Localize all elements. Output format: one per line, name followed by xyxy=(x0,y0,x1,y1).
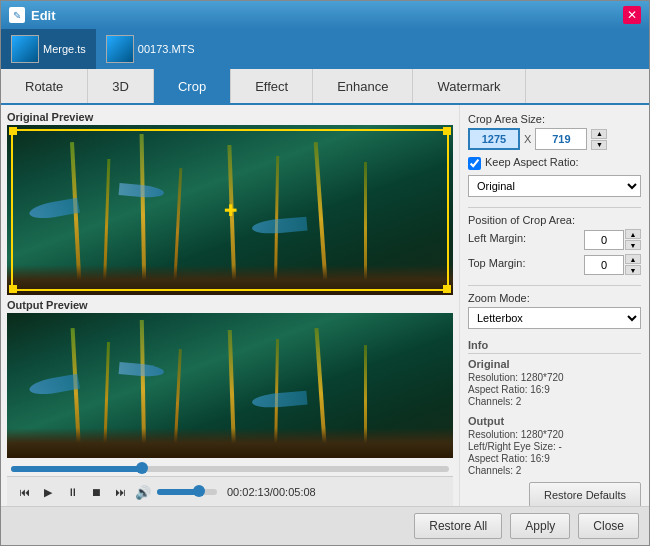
info-section: Info Original Resolution: 1280*720 Aspec… xyxy=(468,339,641,506)
transport-controls: ⏮ ▶ ⏸ ⏹ ⏭ 🔊 00:02:13/00:05:08 xyxy=(7,476,453,506)
stop-button[interactable]: ⏹ xyxy=(87,483,105,501)
volume-bar[interactable] xyxy=(157,489,217,495)
position-label: Position of Crop Area: xyxy=(468,214,641,226)
aspect-ratio-select[interactable]: Original 16:9 4:3 1:1 xyxy=(468,175,641,197)
play-button[interactable]: ▶ xyxy=(39,483,57,501)
file-thumb-00173 xyxy=(106,35,134,63)
volume-thumb[interactable] xyxy=(193,485,205,497)
out-aspect: Aspect Ratio: 16:9 xyxy=(468,453,641,464)
progress-bar-section xyxy=(7,462,453,472)
crop-area-size-section: Crop Area Size: X ▲ ▼ Keep Aspect Ratio:… xyxy=(468,113,641,197)
height-spinbutton[interactable]: ▲ ▼ xyxy=(591,129,607,150)
out-resolution: Resolution: 1280*720 xyxy=(468,429,641,440)
zoom-mode-section: Zoom Mode: Letterbox Pan & Scan Full xyxy=(468,292,641,329)
seek-thumb[interactable] xyxy=(136,462,148,474)
left-panel: Original Preview xyxy=(1,105,459,506)
tab-crop[interactable]: Crop xyxy=(154,69,231,103)
restore-defaults-row: Restore Defaults xyxy=(468,482,641,506)
crop-area-size-label: Crop Area Size: xyxy=(468,113,641,125)
height-up-arrow[interactable]: ▲ xyxy=(591,129,607,139)
tab-enhance[interactable]: Enhance xyxy=(313,69,413,103)
left-margin-label: Left Margin: xyxy=(468,232,526,244)
file-tab-00173-label: 00173.MTS xyxy=(138,43,195,55)
seek-fill xyxy=(11,466,142,472)
time-display: 00:02:13/00:05:08 xyxy=(227,486,316,498)
zoom-mode-select[interactable]: Letterbox Pan & Scan Full xyxy=(468,307,641,329)
keep-aspect-row: Keep Aspect Ratio: xyxy=(468,156,641,171)
output-info-label: Output xyxy=(468,415,641,427)
crop-width-input[interactable] xyxy=(468,128,520,150)
window-title: Edit xyxy=(31,8,623,23)
out-eye-size: Left/Right Eye Size: - xyxy=(468,441,641,452)
apply-button[interactable]: Apply xyxy=(510,513,570,539)
tab-effect[interactable]: Effect xyxy=(231,69,313,103)
top-margin-input-group: ▲ ▼ xyxy=(584,254,641,275)
info-title: Info xyxy=(468,339,641,354)
title-bar: ✎ Edit ✕ xyxy=(1,1,649,29)
original-preview-label: Original Preview xyxy=(7,111,453,123)
crop-height-input[interactable] xyxy=(535,128,587,150)
top-margin-label: Top Margin: xyxy=(468,257,525,269)
orig-channels: Channels: 2 xyxy=(468,396,641,407)
output-preview-box[interactable] xyxy=(7,313,453,458)
zoom-mode-label: Zoom Mode: xyxy=(468,292,641,304)
position-section: Position of Crop Area: Left Margin: ▲ ▼ … xyxy=(468,214,641,275)
restore-defaults-button[interactable]: Restore Defaults xyxy=(529,482,641,506)
crop-size-row: X ▲ ▼ xyxy=(468,128,641,150)
orig-aspect: Aspect Ratio: 16:9 xyxy=(468,384,641,395)
edit-window: ✎ Edit ✕ Merge.ts 00173.MTS Rotate 3D Cr… xyxy=(0,0,650,546)
tab-watermark[interactable]: Watermark xyxy=(413,69,525,103)
tab-rotate[interactable]: Rotate xyxy=(1,69,88,103)
skip-forward-button[interactable]: ⏭ xyxy=(111,483,129,501)
left-margin-row: Left Margin: ▲ ▼ xyxy=(468,229,641,250)
left-margin-up[interactable]: ▲ xyxy=(625,229,641,239)
file-tab-merge[interactable]: Merge.ts xyxy=(1,29,96,69)
nav-tabs: Rotate 3D Crop Effect Enhance Watermark xyxy=(1,69,649,105)
original-preview-section: Original Preview xyxy=(7,111,453,295)
divider-1 xyxy=(468,207,641,208)
top-margin-down[interactable]: ▼ xyxy=(625,265,641,275)
right-panel: Crop Area Size: X ▲ ▼ Keep Aspect Ratio:… xyxy=(459,105,649,506)
pause-button[interactable]: ⏸ xyxy=(63,483,81,501)
left-margin-input-group: ▲ ▼ xyxy=(584,229,641,250)
skip-back-button[interactable]: ⏮ xyxy=(15,483,33,501)
out-channels: Channels: 2 xyxy=(468,465,641,476)
file-tab-00173[interactable]: 00173.MTS xyxy=(96,29,205,69)
original-info-label: Original xyxy=(468,358,641,370)
file-tab-merge-label: Merge.ts xyxy=(43,43,86,55)
close-button-footer[interactable]: Close xyxy=(578,513,639,539)
height-down-arrow[interactable]: ▼ xyxy=(591,140,607,150)
divider-2 xyxy=(468,285,641,286)
seek-bar[interactable] xyxy=(11,466,449,472)
file-thumb-merge xyxy=(11,35,39,63)
left-margin-down[interactable]: ▼ xyxy=(625,240,641,250)
keep-aspect-label: Keep Aspect Ratio: xyxy=(485,156,579,168)
footer-bar: Restore All Apply Close xyxy=(1,506,649,545)
volume-icon[interactable]: 🔊 xyxy=(135,485,151,500)
restore-all-button[interactable]: Restore All xyxy=(414,513,502,539)
x-separator: X xyxy=(524,133,531,145)
original-preview-box[interactable]: ✚ xyxy=(7,125,453,295)
orig-resolution: Resolution: 1280*720 xyxy=(468,372,641,383)
crop-crosshair: ✚ xyxy=(224,201,237,220)
output-preview-section: Output Preview xyxy=(7,299,453,458)
content-area: Original Preview xyxy=(1,105,649,506)
keep-aspect-checkbox[interactable] xyxy=(468,157,481,170)
top-margin-row: Top Margin: ▲ ▼ xyxy=(468,254,641,275)
top-margin-input[interactable] xyxy=(584,255,624,275)
left-margin-input[interactable] xyxy=(584,230,624,250)
output-preview-label: Output Preview xyxy=(7,299,453,311)
file-tabs: Merge.ts 00173.MTS xyxy=(1,29,649,69)
top-margin-up[interactable]: ▲ xyxy=(625,254,641,264)
close-button[interactable]: ✕ xyxy=(623,6,641,24)
window-icon: ✎ xyxy=(9,7,25,23)
top-margin-spinbutton[interactable]: ▲ ▼ xyxy=(625,254,641,275)
left-margin-spinbutton[interactable]: ▲ ▼ xyxy=(625,229,641,250)
tab-3d[interactable]: 3D xyxy=(88,69,154,103)
